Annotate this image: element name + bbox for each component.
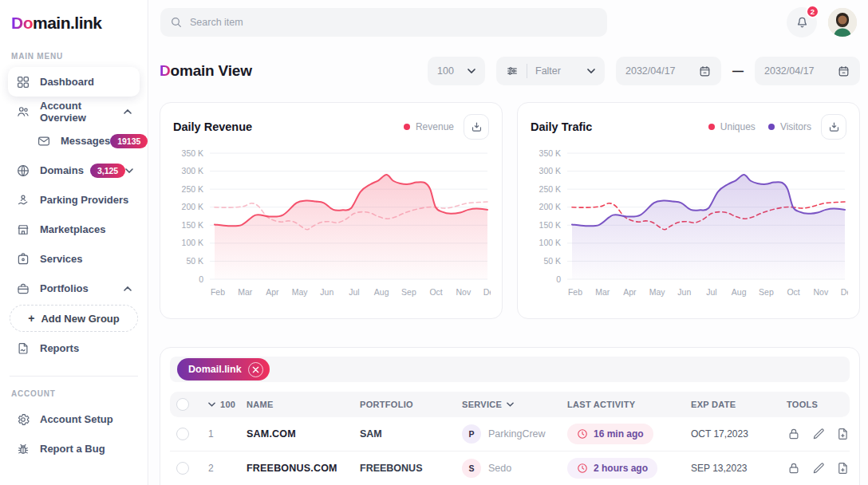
sidebar-item-label: Report a Bug: [40, 443, 105, 455]
row-number: 2: [208, 463, 247, 474]
edit-pencil-button[interactable]: [811, 427, 826, 441]
plus-icon: +: [28, 312, 34, 325]
sidebar-item-portfolios[interactable]: Portfolios: [8, 274, 140, 303]
search-input[interactable]: [190, 17, 598, 28]
page-title: Domain View: [160, 62, 252, 80]
sidebar-item-marketplaces[interactable]: Marketplaces: [8, 215, 140, 244]
sidebar-item-account-setup[interactable]: Account Setup: [8, 404, 140, 434]
sliders-icon: [506, 65, 519, 77]
date-to-picker[interactable]: 2032/04/17: [755, 57, 860, 85]
topbar-actions: 2: [787, 7, 857, 37]
gear-icon: [16, 412, 30, 427]
portfolio-name: SAM: [360, 428, 462, 440]
bug-icon: [16, 442, 30, 456]
file-add-button[interactable]: [836, 427, 850, 441]
domain-name: SAM.COM: [247, 428, 360, 440]
domains-count-badge: 3,125: [90, 164, 125, 178]
svg-text:Apr: Apr: [623, 287, 637, 297]
storefront-icon: [16, 223, 30, 237]
last-activity-cell: 2 hours ago: [567, 458, 691, 479]
sidebar-item-messages[interactable]: Messages 19135: [29, 126, 140, 156]
clock-icon: [577, 463, 588, 474]
chart-canvas: 350 K300 K250 K200 K150 K100 K50 K0FebMa…: [531, 145, 848, 305]
column-count[interactable]: 100: [208, 400, 247, 409]
page-size-select[interactable]: 100: [428, 57, 485, 85]
column-count-label: 100: [220, 400, 235, 409]
sidebar-divider: [10, 376, 138, 377]
page-title-accent: D: [160, 62, 171, 79]
lock-button[interactable]: [787, 461, 801, 475]
filter-dropdown[interactable]: Falter: [496, 57, 605, 85]
sidebar-item-label: Services: [40, 253, 83, 265]
svg-text:350 K: 350 K: [539, 148, 561, 158]
chevron-down-icon: [468, 69, 475, 73]
last-activity-text: 16 min ago: [594, 428, 644, 440]
notification-count-badge: 2: [806, 5, 819, 18]
column-tools: TOOLS: [787, 400, 850, 409]
legend-item: Visitors: [768, 121, 811, 132]
table-header-row: 100 NAME PORTFOLIO SERVICE LAST ACTIVITY…: [170, 392, 850, 417]
date-from-picker[interactable]: 2032/04/17: [616, 57, 721, 85]
legend-label: Visitors: [780, 121, 811, 132]
services-box-icon: [16, 252, 30, 266]
svg-text:200 K: 200 K: [182, 202, 203, 211]
users-icon: [16, 104, 30, 119]
legend-dot-icon: [768, 124, 775, 130]
sidebar-item-domains[interactable]: Domains 3,125: [8, 156, 140, 185]
page-header-controls: 100 Falter 2032/04/17 — 2032/04/17: [428, 57, 860, 85]
service-name: ParkingCrew: [488, 428, 546, 440]
download-chart-button[interactable]: [464, 114, 489, 140]
select-all-checkbox[interactable]: [176, 398, 189, 411]
svg-text:Nov: Nov: [456, 287, 471, 297]
chevron-up-icon: [124, 286, 132, 291]
sidebar-item-account-overview[interactable]: Account Overview: [8, 97, 140, 126]
add-new-group-button[interactable]: + Add New Group: [10, 305, 138, 332]
sidebar-item-services[interactable]: Services: [8, 244, 140, 274]
svg-text:Aug: Aug: [374, 287, 389, 297]
sidebar-item-parking-providers[interactable]: Parking Providers: [8, 185, 140, 215]
svg-text:Jun: Jun: [677, 287, 691, 297]
logo-dark-text: main.link: [33, 14, 102, 32]
filter-tag: Domail.link: [177, 358, 270, 381]
chevron-up-icon: [124, 109, 132, 114]
row-checkbox[interactable]: [176, 462, 189, 475]
main-area: 2 Domain View 100: [149, 0, 868, 485]
column-service[interactable]: SERVICE: [462, 400, 567, 409]
sidebar-item-reports[interactable]: Reports: [8, 333, 140, 363]
legend-item: Uniques: [708, 121, 756, 132]
service-initial-avatar: P: [462, 424, 481, 444]
lock-button[interactable]: [787, 427, 801, 441]
daily-revenue-chart: 350 K300 K250 K200 K150 K100 K50 K0FebMa…: [173, 145, 491, 305]
service-cell: S Sedo: [462, 459, 567, 478]
sidebar-item-report-a-bug[interactable]: Report a Bug: [8, 434, 140, 463]
last-activity-pill: 2 hours ago: [567, 458, 657, 479]
chart-legend: Revenue: [404, 121, 454, 132]
notifications-button[interactable]: 2: [787, 7, 817, 37]
sidebar-item-dashboard[interactable]: Dashboard: [8, 67, 140, 97]
sidebar-item-label: Marketplaces: [40, 223, 105, 235]
row-checkbox[interactable]: [176, 428, 189, 440]
sidebar-item-label: Reports: [40, 342, 79, 354]
search-icon: [170, 16, 183, 29]
legend-label: Uniques: [720, 121, 756, 132]
svg-text:Apr: Apr: [266, 287, 279, 297]
sidebar-nav: Dashboard Account Overview Messages 1913…: [0, 67, 148, 363]
legend-item: Revenue: [404, 121, 454, 132]
domain-name: FREEBONUS.COM: [247, 463, 360, 474]
download-chart-button[interactable]: [821, 114, 846, 140]
filter-label: Falter: [535, 65, 579, 77]
table-row: 1 SAM.COM SAM P ParkingCrew 16 min ago O…: [170, 417, 850, 451]
sidebar-item-label: Account Overview: [40, 100, 124, 124]
svg-text:0: 0: [556, 274, 561, 284]
svg-text:Jul: Jul: [349, 287, 359, 297]
chart-title: Daily Trafic: [531, 120, 592, 133]
edit-pencil-button[interactable]: [811, 461, 826, 475]
svg-text:Mar: Mar: [238, 287, 253, 297]
download-icon: [827, 120, 841, 134]
remove-filter-button[interactable]: [248, 362, 263, 377]
file-add-button[interactable]: [836, 461, 850, 475]
sidebar-item-label: Account Setup: [40, 413, 113, 425]
user-avatar[interactable]: [828, 8, 857, 37]
search-bar: [160, 8, 607, 37]
table-filter-bar: Domail.link: [170, 357, 850, 382]
